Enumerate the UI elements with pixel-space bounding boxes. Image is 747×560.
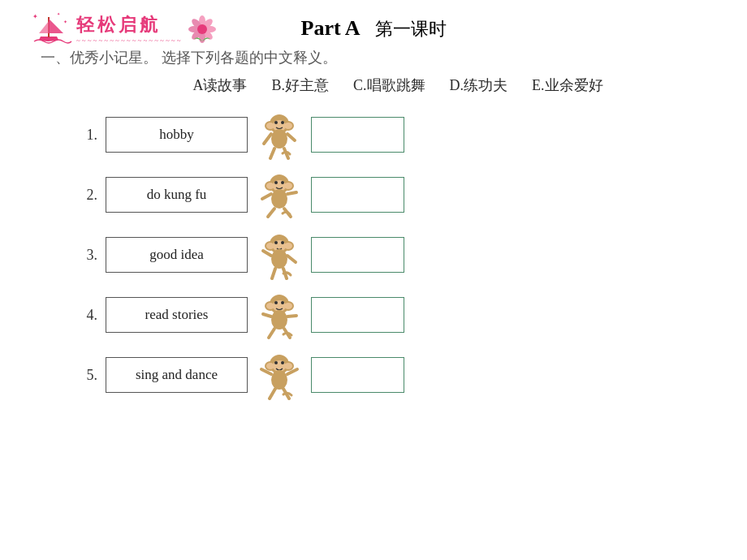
option-e: E.业余爱好: [532, 75, 603, 95]
answer-box-5[interactable]: [311, 357, 404, 393]
svg-point-20: [281, 121, 284, 124]
exercise-row-5: 5. sing and dance: [81, 350, 715, 400]
word-box-4: read stories: [106, 297, 248, 333]
option-c: C.唱歌跳舞: [353, 75, 425, 95]
word-text-1: hobby: [159, 127, 194, 143]
logo-area: ✦ ✦ ✦ 轻松启航 ~~~~~~~~~~~~~~~~~~~: [32, 9, 218, 50]
svg-point-32: [274, 181, 278, 184]
option-d: D.练功夫: [450, 75, 508, 95]
exercise-row-4: 4. read stories: [81, 290, 715, 340]
option-b: B.好主意: [271, 75, 329, 95]
svg-text:✦: ✦: [32, 13, 38, 20]
sail-icon: ✦ ✦ ✦: [32, 9, 73, 50]
svg-line-37: [268, 209, 274, 217]
section-label: 一、优秀小记星。: [41, 50, 158, 66]
svg-point-58: [274, 301, 278, 304]
svg-line-48: [263, 251, 271, 256]
svg-point-21: [271, 129, 287, 149]
row-number-4: 4.: [81, 307, 97, 324]
svg-line-50: [272, 269, 275, 278]
word-text-2: do kung fu: [147, 187, 207, 203]
section-instruction-text: 选择下列各题的中文释义。: [162, 50, 337, 66]
svg-line-22: [264, 134, 271, 144]
svg-point-59: [281, 301, 284, 304]
svg-line-35: [262, 194, 271, 199]
svg-line-23: [287, 134, 295, 140]
svg-point-33: [281, 181, 284, 184]
options-row: A读故事 B.好主意 C.唱歌跳舞 D.练功夫 E.业余爱好: [32, 75, 715, 95]
word-box-3: good idea: [106, 237, 248, 273]
header: ✦ ✦ ✦ 轻松启航 ~~~~~~~~~~~~~~~~~~~: [32, 16, 715, 41]
answer-box-4[interactable]: [311, 297, 404, 333]
svg-line-24: [270, 149, 274, 158]
logo-text-block: 轻松启航 ~~~~~~~~~~~~~~~~~~~: [76, 13, 183, 45]
word-text-4: read stories: [145, 307, 209, 323]
svg-point-60: [271, 310, 287, 330]
svg-point-47: [271, 249, 287, 269]
svg-point-46: [281, 241, 284, 244]
exercise-list: 1. hobby: [32, 110, 715, 400]
logo-underline: ~~~~~~~~~~~~~~~~~~~: [76, 37, 183, 45]
svg-line-76: [270, 389, 275, 398]
svg-text:✦: ✦: [63, 19, 67, 24]
svg-point-73: [271, 370, 287, 390]
page: ✦ ✦ ✦ 轻松启航 ~~~~~~~~~~~~~~~~~~~: [0, 0, 747, 560]
title-en: Part A: [301, 16, 360, 40]
monkey-icon-4: [256, 290, 303, 340]
row-number-2: 2.: [81, 187, 97, 204]
row-number-3: 3.: [81, 247, 97, 264]
answer-box-3[interactable]: [311, 237, 404, 273]
word-box-1: hobby: [106, 117, 248, 153]
svg-text:✦: ✦: [57, 12, 60, 16]
option-a: A读故事: [192, 75, 247, 95]
monkey-icon-2: [256, 170, 303, 220]
svg-line-49: [287, 256, 296, 262]
svg-point-12: [197, 24, 207, 34]
word-text-3: good idea: [149, 247, 204, 263]
logo-text: 轻松启航: [76, 13, 183, 37]
word-box-5: sing and dance: [106, 357, 248, 393]
logo-decoration-icon: [186, 13, 218, 45]
svg-point-34: [271, 189, 287, 209]
section-instruction: 一、优秀小记星。 选择下列各题的中文释义。: [32, 48, 715, 67]
monkey-icon-1: [256, 110, 303, 160]
row-number-5: 5.: [81, 367, 97, 384]
answer-box-1[interactable]: [311, 117, 404, 153]
word-box-2: do kung fu: [106, 177, 248, 213]
svg-line-36: [287, 192, 296, 194]
svg-line-62: [287, 316, 296, 317]
title-cn: 第一课时: [375, 19, 447, 39]
svg-point-72: [281, 361, 284, 364]
page-title: Part A 第一课时: [301, 16, 447, 41]
exercise-row-3: 3. good idea: [81, 230, 715, 280]
svg-point-19: [274, 121, 278, 124]
answer-box-2[interactable]: [311, 177, 404, 213]
svg-point-45: [274, 241, 278, 244]
exercise-row-1: 1. hobby: [81, 110, 715, 160]
exercise-row-2: 2. do kung fu: [81, 170, 715, 220]
svg-line-63: [269, 329, 274, 338]
row-number-1: 1.: [81, 127, 97, 144]
monkey-icon-5: [256, 350, 303, 400]
svg-line-61: [263, 314, 271, 317]
svg-point-71: [274, 361, 278, 364]
word-text-5: sing and dance: [136, 367, 218, 383]
monkey-icon-3: [256, 230, 303, 280]
